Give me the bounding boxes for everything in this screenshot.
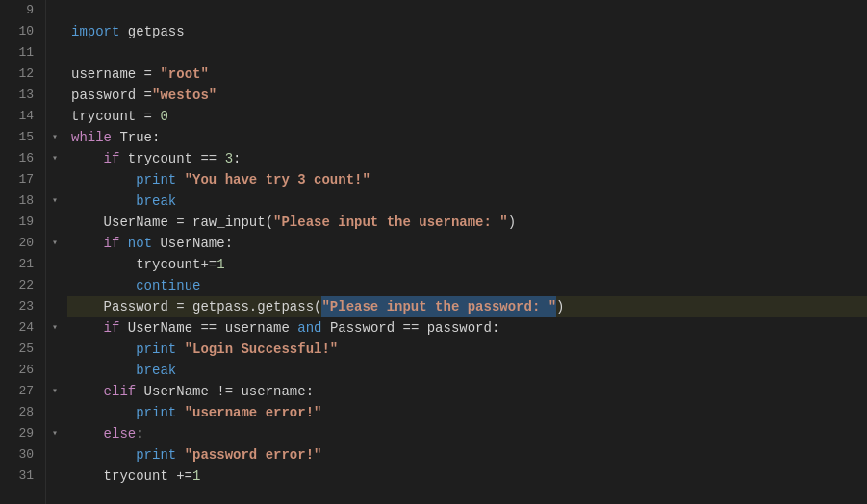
fold-11	[46, 42, 64, 63]
fold-13	[46, 85, 64, 106]
code-line-29: else:	[67, 423, 867, 444]
line-num-17: 17	[0, 169, 38, 190]
line-num-28: 28	[0, 402, 38, 423]
fold-column: ▾ ▾ ▾ ▾ ▾ ▾ ▾	[46, 0, 64, 504]
fold-27[interactable]: ▾	[46, 381, 64, 402]
fold-14	[46, 106, 64, 127]
fold-29[interactable]: ▾	[46, 423, 64, 444]
line-num-27: 27	[0, 381, 38, 402]
fold-15[interactable]: ▾	[46, 127, 64, 148]
fold-22	[46, 275, 64, 296]
code-content[interactable]: import getpass username = "root" passwor…	[64, 0, 867, 504]
code-line-31: trycount +=1	[67, 466, 867, 487]
fold-20[interactable]: ▾	[46, 233, 64, 254]
code-line-9	[67, 0, 867, 21]
fold-17	[46, 169, 64, 190]
code-line-24: if UserName == username and Password == …	[67, 317, 867, 339]
code-line-22: continue	[67, 275, 867, 296]
line-num-9: 9	[0, 0, 38, 21]
lightbulb-icon[interactable]: 💡	[64, 299, 65, 320]
code-line-27: elif UserName != username:	[67, 381, 867, 402]
fold-26	[46, 360, 64, 381]
fold-25	[46, 339, 64, 360]
line-num-18: 18	[0, 190, 38, 212]
line-num-29: 29	[0, 423, 38, 444]
fold-10	[46, 21, 64, 42]
line-num-19: 19	[0, 212, 38, 233]
line-num-10: 10	[0, 21, 38, 42]
line-num-20: 20	[0, 233, 38, 254]
code-line-18: break	[67, 190, 867, 212]
line-num-25: 25	[0, 339, 38, 360]
code-line-12: username = "root"	[67, 63, 867, 85]
code-line-10: import getpass	[67, 21, 867, 42]
code-line-28: print "username error!"	[67, 402, 867, 423]
fold-30	[46, 444, 64, 466]
code-line-15: while True:	[67, 127, 867, 148]
line-num-22: 22	[0, 275, 38, 296]
line-num-14: 14	[0, 106, 38, 127]
code-editor: 9 10 11 12 13 14 15 16 17 18 19 20 21 22…	[0, 0, 867, 504]
line-num-13: 13	[0, 85, 38, 106]
fold-21	[46, 254, 64, 275]
code-line-14: trycount = 0	[67, 106, 867, 127]
code-line-20: if not UserName:	[67, 233, 867, 254]
line-num-30: 30	[0, 444, 38, 466]
fold-16[interactable]: ▾	[46, 148, 64, 169]
line-num-21: 21	[0, 254, 38, 275]
code-line-19: UserName = raw_input("Please input the u…	[67, 212, 867, 233]
fold-23	[46, 296, 64, 317]
line-num-11: 11	[0, 42, 38, 63]
line-num-12: 12	[0, 63, 38, 85]
line-num-16: 16	[0, 148, 38, 169]
fold-12	[46, 63, 64, 85]
line-num-26: 26	[0, 360, 38, 381]
fold-19	[46, 212, 64, 233]
line-num-31: 31	[0, 466, 38, 487]
code-line-17: print "You have try 3 count!"	[67, 169, 867, 190]
fold-24[interactable]: ▾	[46, 317, 64, 339]
code-line-26: break	[67, 360, 867, 381]
code-line-21: trycount+=1	[67, 254, 867, 275]
line-num-23: 23	[0, 296, 38, 317]
code-line-13: password ="westos"	[67, 85, 867, 106]
code-line-16: if trycount == 3:	[67, 148, 867, 169]
code-line-25: print "Login Successful!"	[67, 339, 867, 360]
fold-9	[46, 0, 64, 21]
line-num-24: 24	[0, 317, 38, 339]
code-line-30: print "password error!"	[67, 444, 867, 466]
line-num-15: 15	[0, 127, 38, 148]
fold-31	[46, 466, 64, 487]
code-line-23: 💡 Password = getpass.getpass("Please inp…	[67, 296, 867, 317]
code-line-11	[67, 42, 867, 63]
fold-18[interactable]: ▾	[46, 190, 64, 212]
fold-28	[46, 402, 64, 423]
line-numbers: 9 10 11 12 13 14 15 16 17 18 19 20 21 22…	[0, 0, 46, 504]
